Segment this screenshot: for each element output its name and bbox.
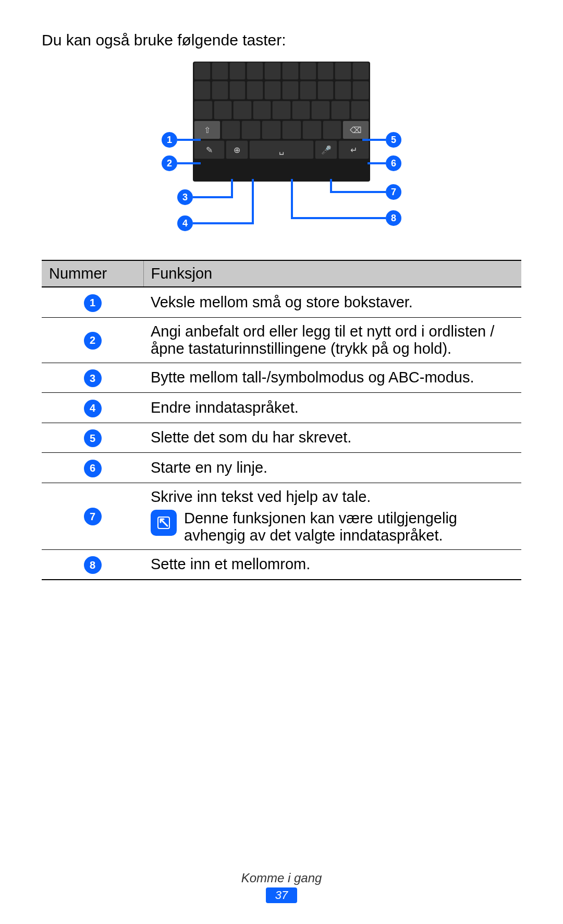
row-badge: 7 <box>84 508 102 525</box>
section-label: Komme i gang <box>0 871 563 885</box>
keyboard-image: ⇧ ⌫ ✎ ⊕ ␣ 🎤 ↵ <box>193 62 370 182</box>
row-badge: 1 <box>84 294 102 312</box>
callout-7: 7 <box>386 184 401 200</box>
callout-6: 6 <box>386 155 401 171</box>
keyboard-diagram: ⇧ ⌫ ✎ ⊕ ␣ 🎤 ↵ <box>42 62 521 239</box>
header-function: Funksjon <box>143 260 521 287</box>
row-badge: 3 <box>84 369 102 387</box>
callout-4: 4 <box>177 215 193 231</box>
function-table: Nummer Funksjon 1 Veksle mellom små og s… <box>42 260 521 580</box>
row-text: Bytte mellom tall-/symbolmodus og ABC-mo… <box>143 363 521 393</box>
row-badge: 2 <box>84 332 102 350</box>
row-text: Skrive inn tekst ved hjelp av tale. Denn… <box>143 483 521 549</box>
callout-2: 2 <box>162 155 177 171</box>
page-footer: Komme i gang 37 <box>0 871 563 903</box>
mode-key-icon: ✎ <box>194 140 225 159</box>
shift-key-icon: ⇧ <box>194 121 221 139</box>
page-number: 37 <box>266 887 297 903</box>
intro-text: Du kan også bruke følgende taster: <box>42 31 521 49</box>
enter-key-icon: ↵ <box>338 140 369 159</box>
row-text: Veksle mellom små og store bokstaver. <box>143 287 521 317</box>
row-text: Sette inn et mellomrom. <box>143 549 521 580</box>
table-row: 5 Slette det som du har skrevet. <box>42 423 521 453</box>
header-number: Nummer <box>42 260 143 287</box>
callout-3: 3 <box>177 189 193 205</box>
note-icon <box>151 510 177 536</box>
table-row: 6 Starte en ny linje. <box>42 453 521 483</box>
row-badge: 6 <box>84 460 102 477</box>
row-text: Slette det som du har skrevet. <box>143 423 521 453</box>
table-row: 1 Veksle mellom små og store bokstaver. <box>42 287 521 317</box>
table-row: 2 Angi anbefalt ord eller legg til et ny… <box>42 317 521 363</box>
row-text: Starte en ny linje. <box>143 453 521 483</box>
table-row: 7 Skrive inn tekst ved hjelp av tale. De… <box>42 483 521 549</box>
callout-1: 1 <box>162 132 177 148</box>
row7-main: Skrive inn tekst ved hjelp av tale. <box>151 488 514 506</box>
row-badge: 4 <box>84 400 102 417</box>
table-row: 3 Bytte mellom tall-/symbolmodus og ABC-… <box>42 363 521 393</box>
row7-note: Denne funksjonen kan være utilgjengelig … <box>184 510 514 544</box>
row-text: Endre inndataspråket. <box>143 393 521 423</box>
table-row: 4 Endre inndataspråket. <box>42 393 521 423</box>
space-key-icon: ␣ <box>249 140 314 159</box>
mic-key-icon: 🎤 <box>315 140 337 159</box>
globe-key-icon: ⊕ <box>226 140 248 159</box>
backspace-key-icon: ⌫ <box>342 121 369 139</box>
row-text: Angi anbefalt ord eller legg til et nytt… <box>143 317 521 363</box>
table-row: 8 Sette inn et mellomrom. <box>42 549 521 580</box>
row-badge: 8 <box>84 556 102 574</box>
row-badge: 5 <box>84 429 102 447</box>
callout-5: 5 <box>386 132 401 148</box>
callout-8: 8 <box>386 210 401 226</box>
